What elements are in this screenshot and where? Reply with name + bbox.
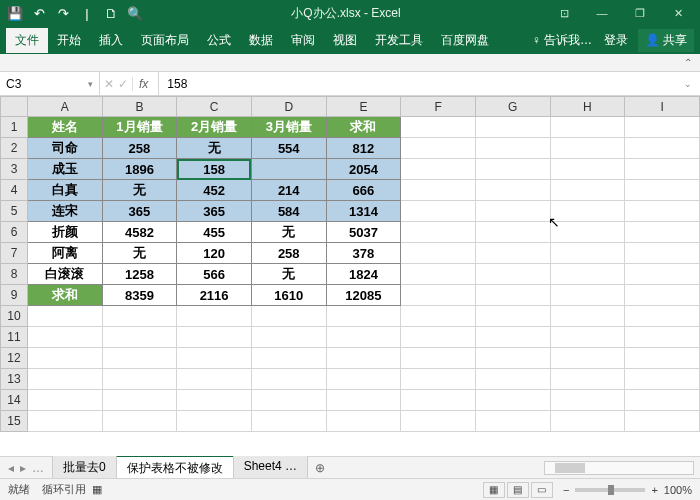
cell[interactable] [401,264,476,285]
confirm-icon[interactable]: ✓ [118,77,128,91]
sheet-tab[interactable]: 批量去0 [52,455,117,480]
tab-baidu[interactable]: 百度网盘 [432,28,498,53]
cell[interactable] [550,180,625,201]
cell[interactable] [475,201,550,222]
cell[interactable]: 365 [102,201,177,222]
cell[interactable]: 无 [177,138,252,159]
cancel-icon[interactable]: ✕ [104,77,114,91]
cell[interactable] [625,390,700,411]
cell[interactable]: 无 [251,264,326,285]
cell[interactable]: 554 [251,138,326,159]
cell[interactable] [625,201,700,222]
cell[interactable]: 2月销量 [177,117,252,138]
redo-icon[interactable]: ↷ [52,2,74,24]
preview-icon[interactable]: 🔍 [124,2,146,24]
cell[interactable]: 8359 [102,285,177,306]
cell[interactable] [401,138,476,159]
row-header[interactable]: 10 [1,306,28,327]
cell[interactable] [625,327,700,348]
cell[interactable] [102,411,177,432]
formula-input[interactable]: 158 ⌄ [158,72,700,95]
cell[interactable]: 2054 [326,159,401,180]
cell[interactable]: 求和 [326,117,401,138]
cell[interactable]: 1314 [326,201,401,222]
cell[interactable]: 666 [326,180,401,201]
zoom-value[interactable]: 100% [664,484,692,496]
cell[interactable] [326,327,401,348]
cell[interactable] [550,306,625,327]
cell[interactable] [625,117,700,138]
cell[interactable] [625,369,700,390]
cell[interactable] [625,411,700,432]
cell[interactable] [475,369,550,390]
cell[interactable] [475,264,550,285]
restore-icon[interactable]: ❐ [622,2,658,24]
cell[interactable] [27,306,102,327]
cell[interactable] [177,348,252,369]
row-header[interactable]: 9 [1,285,28,306]
cell[interactable]: 2116 [177,285,252,306]
cell[interactable]: 158 [177,159,252,180]
cell[interactable] [251,327,326,348]
column-header[interactable]: A [27,97,102,117]
cell[interactable] [550,117,625,138]
cell[interactable] [401,285,476,306]
cell[interactable] [550,243,625,264]
horizontal-scrollbar[interactable] [544,461,694,475]
cell[interactable] [550,201,625,222]
cell[interactable] [550,285,625,306]
column-header[interactable]: G [475,97,550,117]
fx-icon[interactable]: fx [132,77,154,91]
cell[interactable]: 4582 [102,222,177,243]
zoom-knob[interactable] [608,485,614,495]
cell[interactable] [251,390,326,411]
row-header[interactable]: 1 [1,117,28,138]
cell[interactable]: 1824 [326,264,401,285]
cell[interactable] [475,285,550,306]
zoom-out-icon[interactable]: − [563,484,569,496]
cell[interactable]: 司命 [27,138,102,159]
cell[interactable]: 1月销量 [102,117,177,138]
column-header[interactable]: F [401,97,476,117]
cell[interactable]: 成玉 [27,159,102,180]
cell[interactable] [27,348,102,369]
row-header[interactable]: 15 [1,411,28,432]
sheet-next-icon[interactable]: ▸ [20,461,26,475]
sheet-prev-icon[interactable]: ◂ [8,461,14,475]
signin-button[interactable]: 登录 [598,30,634,51]
cell[interactable] [550,222,625,243]
sheet-ellipsis-icon[interactable]: … [32,461,44,475]
cell[interactable] [326,390,401,411]
cell[interactable] [401,201,476,222]
add-sheet-icon[interactable]: ⊕ [307,461,333,475]
column-header[interactable]: E [326,97,401,117]
cell[interactable] [102,306,177,327]
worksheet-grid[interactable]: ABCDEFGHI 1姓名1月销量2月销量3月销量求和2司命258无554812… [0,96,700,456]
row-header[interactable]: 14 [1,390,28,411]
name-box[interactable]: C3 ▾ [0,72,100,95]
ribbon-collapse-bar[interactable]: ⌃ [0,54,700,72]
tab-data[interactable]: 数据 [240,28,282,53]
cell[interactable] [251,348,326,369]
cell[interactable]: 白滚滚 [27,264,102,285]
cell[interactable] [625,348,700,369]
cell[interactable] [326,306,401,327]
undo-icon[interactable]: ↶ [28,2,50,24]
cell[interactable] [27,369,102,390]
zoom-slider[interactable] [575,488,645,492]
cell[interactable]: 378 [326,243,401,264]
tab-dev[interactable]: 开发工具 [366,28,432,53]
cell[interactable] [102,327,177,348]
cell[interactable]: 求和 [27,285,102,306]
cell[interactable] [326,411,401,432]
row-header[interactable]: 4 [1,180,28,201]
cell[interactable] [251,306,326,327]
cell[interactable] [550,390,625,411]
cell[interactable] [177,306,252,327]
cell[interactable] [550,348,625,369]
view-pagelayout-icon[interactable]: ▤ [507,482,529,498]
cell[interactable] [625,138,700,159]
row-header[interactable]: 13 [1,369,28,390]
cell[interactable] [102,348,177,369]
tab-formulas[interactable]: 公式 [198,28,240,53]
